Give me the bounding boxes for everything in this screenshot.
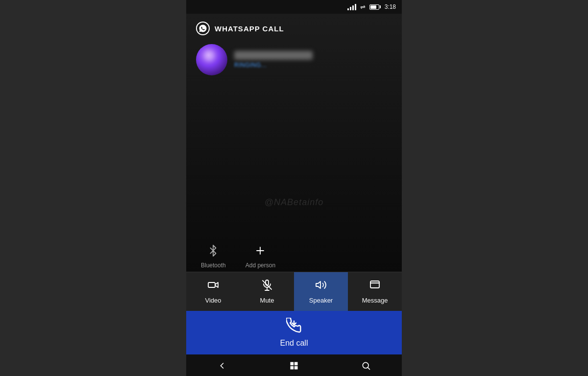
mute-label: Mute [260, 297, 274, 304]
bluetooth-button[interactable]: Bluetooth [201, 242, 226, 269]
whatsapp-header: WHATSAPP CALL [186, 14, 402, 40]
svg-rect-13 [290, 366, 294, 370]
video-icon [207, 279, 219, 293]
message-button[interactable]: Message [348, 272, 402, 311]
end-call-label: End call [280, 339, 308, 348]
bluetooth-label: Bluetooth [201, 262, 226, 269]
signal-icon [347, 3, 356, 10]
wifi-icon: ⇌ [360, 3, 366, 11]
call-middle-area: @NABetainfo [186, 82, 402, 237]
video-label: Video [205, 297, 221, 304]
svg-rect-12 [294, 362, 298, 366]
quick-actions-row: Bluetooth Add person [186, 237, 402, 272]
contact-name [234, 51, 313, 60]
svg-line-16 [368, 368, 370, 370]
bluetooth-icon [204, 242, 222, 259]
svg-rect-2 [208, 282, 215, 287]
action-buttons-row: Video Mute [186, 272, 402, 311]
contact-info: RINGING... [186, 40, 402, 82]
mute-icon [261, 279, 273, 293]
battery-icon [369, 4, 381, 10]
end-call-icon [286, 318, 302, 337]
phone-screen: ⇌ 3:18 WHATSAPP CALL RINGING... [186, 0, 402, 376]
svg-rect-14 [294, 366, 298, 370]
mute-button[interactable]: Mute [240, 272, 294, 311]
add-person-label: Add person [245, 262, 275, 269]
header-title: WHATSAPP CALL [215, 24, 284, 33]
add-person-icon [251, 242, 269, 259]
end-call-button[interactable]: End call [186, 311, 402, 354]
speaker-button[interactable]: Speaker [294, 272, 348, 311]
speaker-label: Speaker [309, 297, 333, 304]
contact-details: RINGING... [234, 51, 313, 69]
status-bar: ⇌ 3:18 [186, 0, 402, 14]
call-area: WHATSAPP CALL RINGING... @NABetainfo Blu [186, 14, 402, 272]
time-display: 3:18 [385, 3, 396, 10]
message-icon [369, 279, 381, 293]
watermark-text: @NABetainfo [265, 197, 323, 208]
call-status: RINGING... [234, 62, 313, 69]
svg-rect-11 [290, 362, 294, 366]
windows-button[interactable] [279, 359, 309, 373]
add-person-button[interactable]: Add person [245, 242, 275, 269]
nav-bar [186, 354, 402, 376]
svg-marker-7 [316, 282, 320, 288]
search-button[interactable] [351, 359, 381, 373]
avatar [196, 44, 227, 75]
whatsapp-logo [196, 22, 210, 35]
back-button[interactable] [207, 359, 237, 373]
svg-rect-8 [370, 281, 379, 288]
message-label: Message [362, 297, 388, 304]
speaker-icon [315, 279, 327, 293]
svg-point-15 [363, 362, 368, 368]
video-button[interactable]: Video [186, 272, 240, 311]
